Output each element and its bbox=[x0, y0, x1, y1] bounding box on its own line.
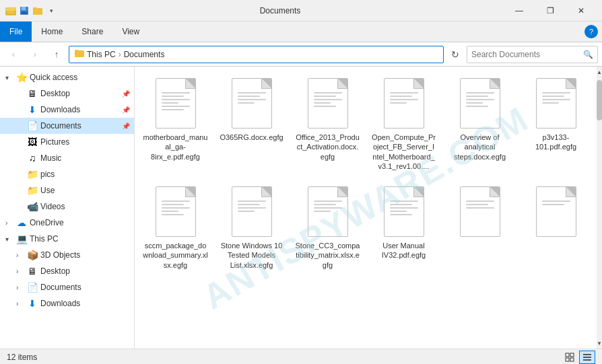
tab-view[interactable]: View bbox=[112, 22, 149, 42]
file-name: O365RG.docx.egfg bbox=[220, 133, 283, 142]
sidebar-label-documents2: Documents bbox=[40, 283, 134, 292]
files-grid: motherboard_manual_ga-8irx_e.pdf.egfg bbox=[140, 72, 591, 274]
window-controls: — ❐ ✕ bbox=[504, 0, 597, 22]
view-btn-list[interactable] bbox=[579, 351, 595, 364]
file-scrollbar[interactable]: ▲ ▼ bbox=[597, 67, 602, 349]
title-bar: ▾ Documents — ❐ ✕ bbox=[0, 0, 602, 22]
sidebar-item-documents[interactable]: 📄 Documents 📌 bbox=[0, 118, 134, 134]
sidebar: ▾ ⭐ Quick access 🖥 Desktop 📌 ⬇ Downloads… bbox=[0, 67, 135, 349]
sidebar-item-use[interactable]: 📁 Use bbox=[0, 182, 134, 198]
sidebar-item-downloads[interactable]: ⬇ Downloads 📌 bbox=[0, 102, 134, 118]
view-btn-grid[interactable] bbox=[562, 351, 578, 364]
file-item[interactable]: O365RG.docx.egfg bbox=[216, 72, 287, 175]
file-item[interactable]: Stone Windows 10 Tested Models List.xlsx… bbox=[216, 180, 287, 274]
search-box: 🔍 bbox=[467, 46, 598, 63]
sidebar-label-onedrive: OneDrive bbox=[30, 218, 134, 227]
documents2-icon: 📄 bbox=[27, 282, 38, 293]
file-name: Open_Compute_Project_FB_Server_Intel_Mot… bbox=[371, 133, 436, 171]
path-this-pc[interactable]: This PC bbox=[87, 50, 116, 59]
down-arrow-icon[interactable]: ▾ bbox=[46, 5, 57, 16]
help-button[interactable]: ? bbox=[584, 25, 598, 38]
file-name: Overview of analytical steps.docx.egfg bbox=[447, 133, 512, 161]
desktop-icon: 🖥 bbox=[27, 88, 38, 99]
path-documents[interactable]: Documents bbox=[124, 50, 165, 59]
file-name: motherboard_manual_ga-8irx_e.pdf.egfg bbox=[143, 133, 208, 161]
file-item[interactable] bbox=[444, 180, 515, 274]
sidebar-item-desktop2[interactable]: › 🖥 Desktop bbox=[0, 263, 134, 279]
file-item[interactable]: motherboard_manual_ga-8irx_e.pdf.egfg bbox=[140, 72, 211, 175]
close-button[interactable]: ✕ bbox=[566, 0, 597, 22]
pin-icon: 📌 bbox=[122, 90, 130, 98]
svg-rect-11 bbox=[583, 359, 591, 361]
minimize-button[interactable]: — bbox=[504, 0, 535, 22]
file-item[interactable]: Overview of analytical steps.docx.egfg bbox=[444, 72, 515, 175]
tab-file[interactable]: File bbox=[0, 22, 32, 42]
sidebar-item-documents2[interactable]: › 📄 Documents bbox=[0, 279, 134, 295]
this-pc-icon: 💻 bbox=[16, 233, 27, 244]
sidebar-item-this-pc[interactable]: ▾ 💻 This PC bbox=[0, 231, 134, 247]
file-item[interactable]: Open_Compute_Project_FB_Server_Intel_Mot… bbox=[368, 72, 439, 175]
file-item[interactable]: p3v133-101.pdf.egfg bbox=[521, 72, 591, 175]
sidebar-item-desktop[interactable]: 🖥 Desktop 📌 bbox=[0, 85, 134, 102]
file-item[interactable]: sccm_package_download_summary.xlsx.egfg bbox=[140, 180, 211, 274]
search-icon[interactable]: 🔍 bbox=[583, 50, 593, 59]
music-icon: ♫ bbox=[27, 153, 38, 163]
folder-icon-title bbox=[32, 5, 43, 16]
pin-icon-downloads: 📌 bbox=[122, 106, 130, 114]
file-item[interactable]: Office_2013_Product_Activation.docx.egfg bbox=[292, 72, 363, 175]
scroll-thumb[interactable] bbox=[597, 80, 602, 120]
chevron-down-icon-2: ▾ bbox=[5, 235, 13, 243]
file-name: p3v133-101.pdf.egfg bbox=[523, 133, 589, 152]
sidebar-item-downloads2[interactable]: › ⬇ Downloads bbox=[0, 295, 134, 312]
address-path[interactable]: This PC › Documents bbox=[69, 46, 444, 63]
svg-rect-10 bbox=[583, 357, 591, 358]
file-icon bbox=[457, 76, 504, 130]
sidebar-item-videos[interactable]: 📹 Videos bbox=[0, 198, 134, 215]
back-button[interactable]: ‹ bbox=[4, 46, 23, 63]
downloads2-icon: ⬇ bbox=[27, 298, 38, 309]
chevron-down-icon: ▾ bbox=[5, 74, 13, 81]
tab-home[interactable]: Home bbox=[32, 22, 72, 42]
sidebar-label-pictures: Pictures bbox=[40, 137, 134, 147]
sidebar-label-desktop2: Desktop bbox=[40, 266, 134, 276]
refresh-button[interactable]: ↻ bbox=[446, 46, 464, 63]
up-button[interactable]: ↑ bbox=[47, 46, 66, 63]
sidebar-item-pictures[interactable]: 🖼 Pictures bbox=[0, 134, 134, 150]
sidebar-item-onedrive[interactable]: › ☁ OneDrive bbox=[0, 215, 134, 231]
file-item[interactable] bbox=[521, 180, 591, 274]
pin-icon-documents: 📌 bbox=[122, 122, 130, 130]
forward-button[interactable]: › bbox=[26, 46, 44, 63]
sidebar-label-quick-access: Quick access bbox=[30, 73, 134, 82]
scroll-down-arrow[interactable]: ▼ bbox=[597, 338, 602, 349]
search-input[interactable] bbox=[471, 50, 583, 59]
sidebar-label-desktop: Desktop bbox=[40, 89, 119, 98]
sidebar-item-quick-access[interactable]: ▾ ⭐ Quick access bbox=[0, 69, 134, 85]
use-icon: 📁 bbox=[27, 185, 38, 196]
pics-icon: 📁 bbox=[27, 169, 38, 180]
scroll-up-arrow[interactable]: ▲ bbox=[597, 67, 602, 77]
svg-rect-9 bbox=[583, 354, 591, 355]
file-item[interactable]: Stone_CC3_compatibility_matrix.xlsx.egfg bbox=[292, 180, 363, 274]
chevron-right-icon: › bbox=[5, 219, 13, 227]
documents-icon: 📄 bbox=[27, 120, 38, 131]
sidebar-label-use: Use bbox=[40, 186, 134, 195]
file-icon bbox=[533, 184, 580, 238]
file-item[interactable]: User Manual IV32.pdf.egfg bbox=[368, 180, 439, 274]
title-bar-icons: ▾ bbox=[5, 5, 57, 16]
item-count: 12 items bbox=[7, 353, 37, 362]
sidebar-item-pics[interactable]: 📁 pics bbox=[0, 166, 134, 182]
sidebar-label-music: Music bbox=[40, 153, 134, 163]
sidebar-item-3d-objects[interactable]: › 📦 3D Objects bbox=[0, 247, 134, 263]
file-icon bbox=[228, 76, 275, 130]
tab-share[interactable]: Share bbox=[72, 22, 112, 42]
file-name: Office_2013_Product_Activation.docx.egfg bbox=[295, 133, 360, 161]
sidebar-item-music[interactable]: ♫ Music bbox=[0, 150, 134, 166]
file-icon bbox=[533, 76, 580, 130]
view-buttons bbox=[562, 351, 595, 364]
path-folder-icon bbox=[75, 49, 84, 59]
file-area: ANTISPYWARE.COM bbox=[135, 67, 597, 349]
sidebar-label-documents: Documents bbox=[40, 121, 119, 131]
svg-rect-7 bbox=[566, 358, 569, 361]
3d-objects-icon: 📦 bbox=[27, 250, 38, 260]
restore-button[interactable]: ❐ bbox=[535, 0, 566, 22]
